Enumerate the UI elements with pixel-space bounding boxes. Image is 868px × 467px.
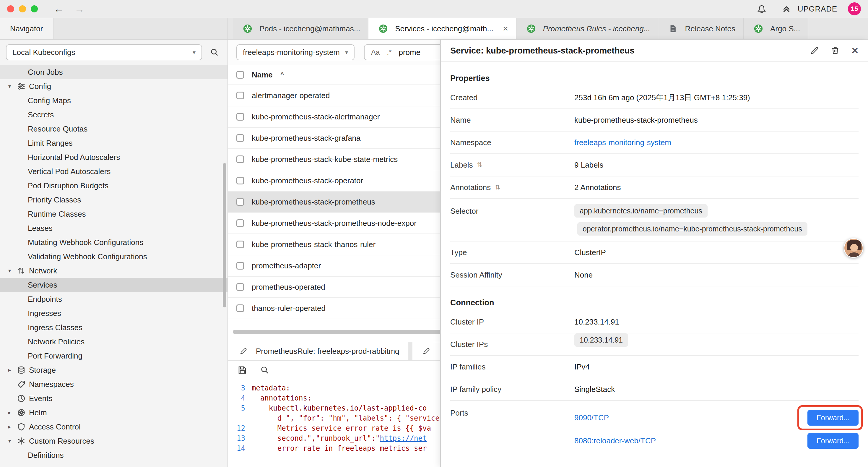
annotations-value: 2 Annotations xyxy=(574,183,621,192)
sidebar-item-leases[interactable]: Leases xyxy=(0,221,227,235)
close-icon[interactable]: × xyxy=(851,44,859,57)
tab-navigator[interactable]: Navigator xyxy=(0,18,54,39)
upgrade-button[interactable]: UPGRADE xyxy=(779,2,837,16)
sidebar-item-priority-classes[interactable]: Priority Classes xyxy=(0,193,227,207)
editor-search-icon[interactable] xyxy=(258,363,272,377)
minimize-window-button[interactable] xyxy=(19,5,26,12)
namespace-filter-dropdown[interactable]: freeleaps-monitoring-system ▾ xyxy=(236,44,354,60)
trash-icon[interactable] xyxy=(831,46,840,55)
document-icon xyxy=(666,22,680,36)
navigator-controls: Local Kubeconfigs ▾ xyxy=(0,39,227,65)
arrows-icon xyxy=(17,267,29,275)
port-link-9090[interactable]: 9090/TCP xyxy=(574,413,609,422)
sidebar-item-custom-resources[interactable]: ▾Custom Resources xyxy=(0,434,227,448)
sidebar-item-label: Custom Resources xyxy=(29,437,94,446)
row-checkbox[interactable] xyxy=(236,113,244,121)
service-name: kube-prometheus-stack-alertmanager xyxy=(252,112,380,121)
zoom-window-button[interactable] xyxy=(31,5,38,12)
tab-services[interactable]: Services - icecheng@math... × xyxy=(368,18,516,39)
avatar[interactable] xyxy=(844,238,863,258)
created-value: 253d 16h 6m ago (2025年1月13日 GMT+8 1:25:3… xyxy=(574,92,750,103)
tab-label: Argo S... xyxy=(770,24,800,33)
labels-row[interactable]: Labels ⇅ 9 Labels xyxy=(450,154,859,176)
tab-argo[interactable]: Argo S... xyxy=(744,18,808,39)
tab-pods[interactable]: Pods - icecheng@mathmas... xyxy=(233,18,368,39)
namespace-link[interactable]: freeleaps-monitoring-system xyxy=(574,138,671,147)
line-number: 14 xyxy=(228,444,252,453)
row-checkbox[interactable] xyxy=(236,92,244,99)
sidebar-item-secrets[interactable]: Secrets xyxy=(0,108,227,122)
tab-release-notes[interactable]: Release Notes xyxy=(658,18,744,39)
bell-icon[interactable] xyxy=(754,2,769,16)
service-name: kube-prometheus-stack-prometheus xyxy=(252,198,375,207)
sidebar-item-cron-jobs[interactable]: Cron Jobs xyxy=(0,65,227,79)
cluster-ips-chip: 10.233.14.91 xyxy=(574,333,628,347)
sidebar-item-vertical-pod-autoscalers[interactable]: Vertical Pod Autoscalers xyxy=(0,164,227,178)
sidebar-item-ingresses[interactable]: Ingresses xyxy=(0,306,227,320)
sidebar-item-network[interactable]: ▾Network xyxy=(0,264,227,278)
sidebar-item-ingress-classes[interactable]: Ingress Classes xyxy=(0,320,227,334)
sidebar-item-horizontal-pod-autoscalers[interactable]: Horizontal Pod Autoscalers xyxy=(0,150,227,164)
cluster-ips-label: Cluster IPs xyxy=(450,340,574,349)
sidebar-item-validating-webhook-configurations[interactable]: Validating Webhook Configurations xyxy=(0,250,227,264)
sidebar-item-definitions[interactable]: Definitions xyxy=(0,448,227,462)
row-checkbox[interactable] xyxy=(236,219,244,227)
forward-button-8080[interactable]: Forward... xyxy=(807,433,859,449)
sort-ascending-icon[interactable]: ^ xyxy=(280,71,284,79)
shield-icon xyxy=(17,423,29,431)
row-checkbox[interactable] xyxy=(236,283,244,291)
sidebar-item-mutating-webhook-configurations[interactable]: Mutating Webhook Configurations xyxy=(0,235,227,250)
row-checkbox[interactable] xyxy=(236,262,244,269)
select-all-checkbox[interactable] xyxy=(236,71,244,79)
tab-prometheus-rules[interactable]: Prometheus Rules - icecheng... xyxy=(517,18,658,39)
row-checkbox[interactable] xyxy=(236,177,244,184)
row-checkbox[interactable] xyxy=(236,155,244,163)
horizontal-scrollbar-thumb[interactable] xyxy=(233,330,441,334)
kubeconfig-dropdown[interactable]: Local Kubeconfigs ▾ xyxy=(6,44,202,60)
sidebar-item-resource-quotas[interactable]: Resource Quotas xyxy=(0,122,227,136)
line-number: 12 xyxy=(228,424,252,432)
search-icon[interactable] xyxy=(208,45,222,59)
sidebar-item-limit-ranges[interactable]: Limit Ranges xyxy=(0,136,227,150)
sidebar-item-services[interactable]: Services xyxy=(0,278,227,292)
match-case-toggle[interactable]: Aa xyxy=(371,48,380,56)
line-number: 13 xyxy=(228,434,252,442)
edit-icon[interactable] xyxy=(810,46,819,55)
window-controls xyxy=(7,5,38,12)
sidebar-item-pod-disruption-budgets[interactable]: Pod Disruption Budgets xyxy=(0,178,227,193)
sidebar-item-config-maps[interactable]: Config Maps xyxy=(0,93,227,108)
created-row: Created 253d 16h 6m ago (2025年1月13日 GMT+… xyxy=(450,87,859,109)
close-tab-icon[interactable]: × xyxy=(503,24,508,33)
sidebar-item-namespaces[interactable]: Namespaces xyxy=(0,377,227,391)
sidebar-item-network-policies[interactable]: Network Policies xyxy=(0,334,227,349)
sidebar-item-storage[interactable]: ▸Storage xyxy=(0,363,227,377)
sidebar-item-config[interactable]: ▾Config xyxy=(0,79,227,93)
row-checkbox[interactable] xyxy=(236,134,244,142)
annotations-row[interactable]: Annotations ⇅ 2 Annotations xyxy=(450,176,859,199)
regex-toggle[interactable]: .* xyxy=(387,48,392,56)
notification-count-badge[interactable]: 15 xyxy=(848,2,861,16)
name-row: Name kube-prometheus-stack-prometheus xyxy=(450,109,859,132)
port-link-8080[interactable]: 8080:reloader-web/TCP xyxy=(574,436,656,445)
row-checkbox[interactable] xyxy=(236,241,244,248)
row-checkbox[interactable] xyxy=(236,304,244,312)
forward-button-9090[interactable]: Forward... xyxy=(807,410,859,426)
ports-row: Ports 9090/TCP Forward... 8080:reloader-… xyxy=(450,401,859,458)
forward-button[interactable]: → xyxy=(74,4,85,14)
name-column-header[interactable]: Name xyxy=(252,70,273,80)
close-window-button[interactable] xyxy=(7,5,14,12)
sidebar-item-runtime-classes[interactable]: Runtime Classes xyxy=(0,207,227,221)
tab-editor-partial[interactable] xyxy=(412,342,441,360)
sidebar-item-access-control[interactable]: ▸Access Control xyxy=(0,420,227,434)
sidebar-item-port-forwarding[interactable]: Port Forwarding xyxy=(0,349,227,363)
tab-prometheusrule-editor[interactable]: PrometheusRule: freeleaps-prod-rabbitmq xyxy=(228,342,408,360)
pencil-icon xyxy=(421,344,432,358)
session-affinity-value: None xyxy=(574,270,593,280)
navigator-scrollbar[interactable] xyxy=(223,163,226,308)
save-icon[interactable] xyxy=(235,363,249,377)
back-button[interactable]: ← xyxy=(54,4,64,14)
sidebar-item-endpoints[interactable]: Endpoints xyxy=(0,292,227,306)
sidebar-item-helm[interactable]: ▸Helm xyxy=(0,406,227,420)
sidebar-item-events[interactable]: Events xyxy=(0,391,227,406)
row-checkbox[interactable] xyxy=(236,198,244,206)
